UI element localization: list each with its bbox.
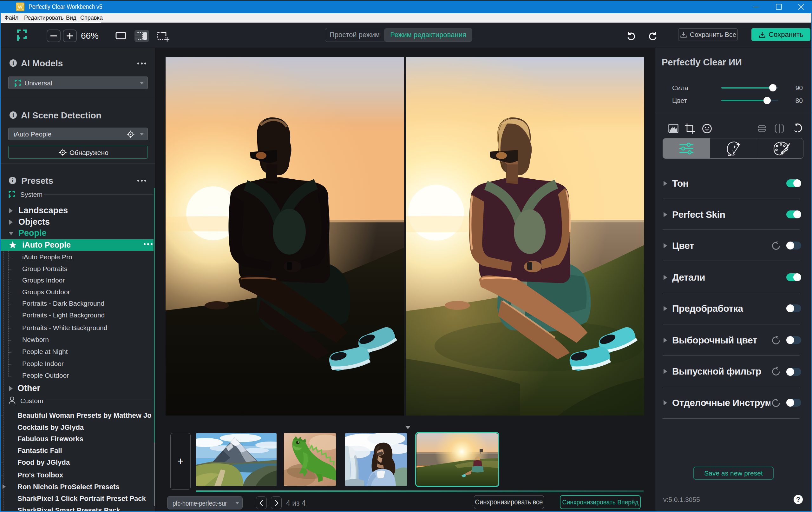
svg-text:W: W [18, 4, 23, 9]
